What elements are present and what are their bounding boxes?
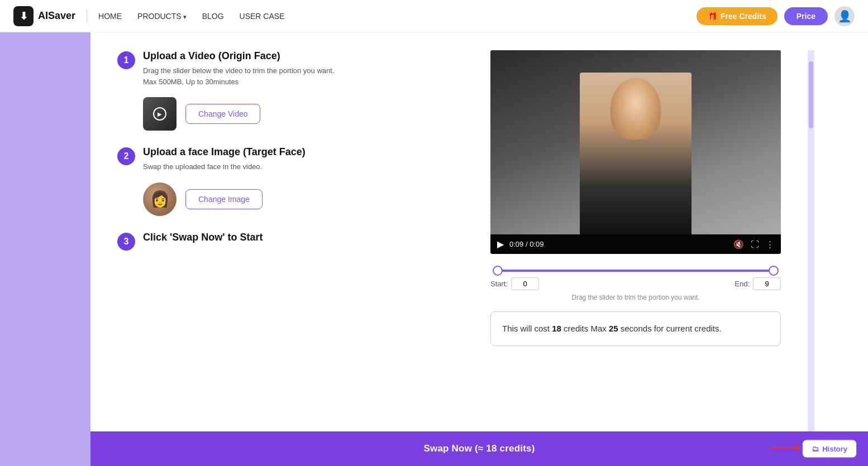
cost-box: This will cost 18 credits Max 25 seconds… <box>490 311 781 346</box>
history-button[interactable]: 🗂 History <box>802 440 857 458</box>
scrollbar-thumb[interactable] <box>809 61 813 128</box>
nav-blog[interactable]: BLOG <box>202 12 224 21</box>
video-time: 0:09 / 0:09 <box>509 240 728 248</box>
right-scrollbar[interactable] <box>808 50 814 448</box>
nav-user-case[interactable]: USER CASE <box>240 12 285 21</box>
navbar: ⬇ AISaver HOME PRODUCTS BLOG USER CASE 🎁… <box>0 0 868 32</box>
end-label: End: <box>735 280 750 288</box>
nav-links: HOME PRODUCTS BLOG USER CASE <box>98 12 284 21</box>
logo[interactable]: ⬇ AISaver <box>13 6 75 26</box>
step-1-title: Upload a Video (Origin Face) <box>143 50 335 62</box>
svg-marker-1 <box>795 445 801 451</box>
step-3-title: Click 'Swap Now' to Start <box>143 232 263 243</box>
logo-text: AISaver <box>38 10 75 22</box>
video-player[interactable]: ▶ 0:09 / 0:09 🔇 ⛶ ⋮ <box>490 50 781 254</box>
fullscreen-icon[interactable]: ⛶ <box>751 239 759 249</box>
price-button[interactable]: Price <box>784 7 828 25</box>
logo-icon: ⬇ <box>13 6 34 26</box>
page-body: 1 Upload a Video (Origin Face) Drag the … <box>0 32 868 466</box>
step-3-content: Click 'Swap Now' to Start <box>143 232 263 247</box>
video-face <box>611 78 661 140</box>
nav-home[interactable]: HOME <box>98 12 122 21</box>
step-1-badge: 1 <box>117 51 135 69</box>
arrow-indicator <box>767 439 801 458</box>
cost-text-after: seconds for current credits. <box>618 324 722 333</box>
step-2-upload-row: 👩 Change Image <box>143 182 306 216</box>
step-2: 2 Upload a face Image (Target Face) Swap… <box>117 146 464 216</box>
credits-value: 18 <box>552 324 561 333</box>
step-2-title: Upload a face Image (Target Face) <box>143 146 306 158</box>
face-placeholder-bg: 👩 <box>143 182 177 216</box>
video-person-bg <box>580 73 691 234</box>
change-video-button[interactable]: Change Video <box>185 104 260 124</box>
arrow-icon <box>767 439 801 456</box>
swap-now-button[interactable]: Swap Now (≈ 18 credits) <box>90 443 868 454</box>
trim-slider-row <box>490 262 781 274</box>
seconds-value: 25 <box>609 324 618 333</box>
step-2-badge: 2 <box>117 147 135 165</box>
user-avatar[interactable]: 👤 <box>834 6 855 26</box>
gift-icon: 🎁 <box>708 12 717 21</box>
step-1-upload-row: ▶ Change Video <box>143 97 335 131</box>
left-column: 1 Upload a Video (Origin Face) Drag the … <box>117 50 464 448</box>
range-track[interactable] <box>495 270 776 272</box>
mute-icon[interactable]: 🔇 <box>733 239 744 249</box>
free-credits-label: Free Credits <box>721 12 766 21</box>
range-thumb-left[interactable] <box>493 266 503 276</box>
step-1-desc-line2: Max 500MB, Up to 30minutes <box>143 76 335 88</box>
sidebar <box>0 32 90 466</box>
thumb-video-bg: ▶ <box>143 97 177 131</box>
slider-hint: Drag the slider to trim the portion you … <box>490 294 781 301</box>
face-thumbnail: 👩 <box>143 182 177 216</box>
video-icons: 🔇 ⛶ ⋮ <box>733 239 774 249</box>
step-1: 1 Upload a Video (Origin Face) Drag the … <box>117 50 464 131</box>
free-credits-button[interactable]: 🎁 Free Credits <box>697 7 778 25</box>
step-3-badge: 3 <box>117 233 135 251</box>
step-3: 3 Click 'Swap Now' to Start <box>117 232 464 251</box>
slider-labels: Start: End: <box>490 277 781 290</box>
step-1-content: Upload a Video (Origin Face) Drag the sl… <box>143 50 335 131</box>
video-frame <box>490 50 781 234</box>
step-2-content: Upload a face Image (Target Face) Swap t… <box>143 146 306 216</box>
avatar-icon: 👤 <box>838 9 852 23</box>
history-label: History <box>822 445 847 453</box>
thumb-play-icon: ▶ <box>153 107 166 121</box>
nav-divider <box>87 9 87 23</box>
main-content: 1 Upload a Video (Origin Face) Drag the … <box>90 32 868 466</box>
video-thumbnail: ▶ <box>143 97 177 131</box>
change-image-button[interactable]: Change Image <box>185 189 263 209</box>
start-label: Start: <box>490 280 508 288</box>
end-input[interactable] <box>753 277 781 290</box>
nav-products[interactable]: PRODUCTS <box>137 12 187 21</box>
step-2-desc: Swap the uploaded face in the video. <box>143 161 306 172</box>
more-icon[interactable]: ⋮ <box>766 239 774 249</box>
cost-text-middle: credits Max <box>561 324 609 333</box>
bottom-bar: Swap Now (≈ 18 credits) 🗂 History <box>90 431 868 466</box>
range-thumb-right[interactable] <box>769 266 779 276</box>
step-1-desc-line1: Drag the slider below the video to trim … <box>143 65 335 76</box>
video-controls: ▶ 0:09 / 0:09 🔇 ⛶ ⋮ <box>490 234 781 254</box>
play-button[interactable]: ▶ <box>497 239 504 249</box>
right-column: ▶ 0:09 / 0:09 🔇 ⛶ ⋮ Start: <box>490 50 781 448</box>
history-icon: 🗂 <box>812 445 819 453</box>
cost-text-before: This will cost <box>502 324 552 333</box>
start-input[interactable] <box>511 277 539 290</box>
